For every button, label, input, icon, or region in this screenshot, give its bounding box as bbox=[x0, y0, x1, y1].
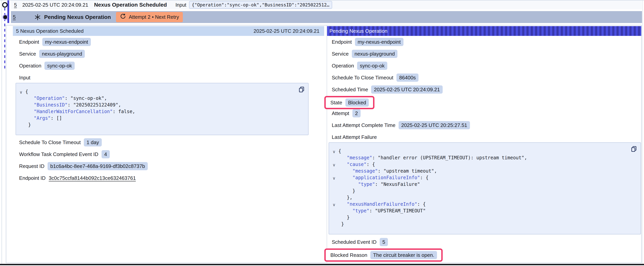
field-attempt: Attempt 2 bbox=[332, 109, 641, 117]
code-line: } bbox=[331, 214, 636, 221]
detail-header-title: 5 Nexus Operation Scheduled bbox=[16, 28, 84, 34]
timeline-rail bbox=[2, 1, 2, 264]
field-workflow-task-completed-event-id: Workflow Task Completed Event ID 4 bbox=[19, 150, 324, 158]
retry-status-badge: Attempt 2 • Next Retry bbox=[116, 12, 183, 22]
code-gutter bbox=[331, 182, 338, 188]
code-line: ∨ "nexusHandlerFailureInfo": { bbox=[331, 201, 636, 207]
field-endpoint-id: Endpoint ID 3c0c75ccfa8144b092c13ce63246… bbox=[19, 174, 324, 182]
failure-json-code: ∨{ "message": "handler error (UPSTREAM_T… bbox=[331, 148, 636, 227]
endpoint-id-link[interactable]: 3c0c75ccfa8144b092c13ce632463761 bbox=[49, 175, 136, 181]
event-row-nexus-operation-scheduled[interactable]: 5 2025-02-25 UTC 20:24:09.21 Nexus Opera… bbox=[11, 1, 642, 9]
field-label: Last Attempt Complete Time bbox=[332, 122, 396, 128]
input-json-viewer: ∨{ "Operation": "sync-op-ok", "BusinessI… bbox=[16, 83, 308, 135]
event-timestamp: 2025-02-25 UTC 20:24:09.21 bbox=[22, 2, 88, 8]
collapse-chevron-icon[interactable]: ∨ bbox=[331, 175, 338, 182]
failure-json-viewer: ∨{ "message": "handler error (UPSTREAM_T… bbox=[329, 142, 641, 234]
code-gutter bbox=[18, 102, 25, 109]
event-input-preview-chip: {"Operation":"sync-op-ok","BusinessID":"… bbox=[189, 1, 332, 9]
state-highlight-annotation: State Blocked bbox=[324, 96, 374, 109]
bottom-divider-bar bbox=[0, 264, 644, 265]
code-gutter bbox=[331, 215, 338, 221]
detail-header-title: Pending Nexus Operation bbox=[330, 28, 388, 34]
field-scheduled-event-id: Scheduled Event ID 5 bbox=[332, 238, 641, 246]
field-value-badge: 4 bbox=[102, 150, 110, 158]
field-endpoint: Endpoint my-nexus-endpoint bbox=[332, 38, 641, 46]
blocked-reason-value-badge: The circuit breaker is open. bbox=[370, 251, 437, 259]
field-value-badge: 86400s bbox=[396, 74, 418, 82]
collapse-chevron-icon[interactable]: ∨ bbox=[18, 89, 25, 96]
field-service: Service nexus-playground bbox=[19, 50, 324, 58]
code-gutter bbox=[331, 221, 338, 228]
code-line: } bbox=[331, 221, 636, 227]
input-json-code: ∨{ "Operation": "sync-op-ok", "BusinessI… bbox=[18, 88, 304, 128]
pending-operation-detail: Pending Nexus Operation Endpoint my-nexu… bbox=[327, 25, 641, 263]
event-title: Pending Nexus Operation bbox=[44, 14, 111, 20]
field-label: Endpoint bbox=[19, 39, 39, 45]
timeline-node-filled-icon bbox=[2, 15, 8, 20]
code-line: "type": "UPSTREAM_TIMEOUT" bbox=[331, 207, 636, 214]
field-label: Scheduled Time bbox=[332, 87, 368, 93]
collapse-chevron-icon[interactable]: ∨ bbox=[331, 162, 338, 168]
field-value-badge: 5 bbox=[380, 238, 388, 246]
field-schedule-to-close-timeout: Schedule To Close Timeout 1 day bbox=[19, 138, 324, 146]
field-label: Workflow Task Completed Event ID bbox=[19, 151, 98, 157]
pending-detail-header: Pending Nexus Operation bbox=[327, 26, 641, 36]
field-label: Attempt bbox=[332, 110, 349, 116]
detail-header-timestamp: 2025-02-25 UTC 20:24:09.21 bbox=[254, 28, 320, 34]
input-section-label: Input bbox=[19, 74, 324, 82]
field-value-badge: b1c6a4bc-8ee7-468a-9169-df3b02c8737b bbox=[48, 162, 148, 170]
timeline-node-open-icon bbox=[2, 2, 8, 8]
code-line: ∨ "cause": { bbox=[331, 161, 636, 168]
field-label: Operation bbox=[332, 63, 354, 69]
code-gutter bbox=[331, 155, 338, 162]
field-label: Blocked Reason bbox=[330, 252, 367, 258]
code-gutter bbox=[18, 115, 25, 122]
field-label: Endpoint ID bbox=[19, 175, 46, 181]
event-row-pending-nexus-operation[interactable]: 5 Pending Nexus Operation Attempt 2 • Ne… bbox=[11, 11, 642, 23]
field-operation: Operation sync-op-ok bbox=[19, 62, 324, 70]
code-line: "HandlerWaitForCancellation": false, bbox=[18, 108, 304, 115]
event-detail-panel: 5 Nexus Operation Scheduled 2025-02-25 U… bbox=[6, 25, 642, 263]
event-id-link[interactable]: 5 bbox=[14, 2, 17, 8]
code-gutter bbox=[18, 122, 25, 129]
code-line: } bbox=[18, 122, 304, 128]
scrollbar-gutter[interactable] bbox=[642, 1, 643, 264]
field-blocked-reason: Blocked Reason The circuit breaker is op… bbox=[332, 248, 641, 262]
code-line: ∨{ bbox=[331, 148, 636, 154]
workflow-event-history-view: 5 2025-02-25 UTC 20:24:09.21 Nexus Opera… bbox=[0, 0, 644, 266]
scheduled-detail-fields: Endpoint my-nexus-endpoint Service nexus… bbox=[13, 38, 324, 182]
field-scheduled-time: Scheduled Time 2025-02-25 UTC 20:24:09.2… bbox=[332, 85, 641, 94]
code-line: "BusinessID": "20250225122409", bbox=[18, 102, 304, 108]
field-label: Schedule To Close Timeout bbox=[19, 139, 81, 145]
selected-event-indicator-bar bbox=[8, 1, 9, 23]
field-service: Service nexus-playground bbox=[332, 50, 641, 58]
retry-icon bbox=[120, 13, 126, 21]
field-state: State Blocked bbox=[332, 96, 641, 109]
last-attempt-failure-label: Last Attempt Failure bbox=[332, 133, 641, 141]
code-gutter bbox=[331, 195, 338, 201]
event-title: Nexus Operation Scheduled bbox=[94, 2, 167, 8]
field-label: Service bbox=[332, 51, 349, 57]
collapse-chevron-icon[interactable]: ∨ bbox=[331, 148, 338, 155]
scheduled-detail-header: 5 Nexus Operation Scheduled 2025-02-25 U… bbox=[13, 26, 324, 36]
copy-button[interactable] bbox=[630, 145, 637, 152]
blocked-reason-highlight-annotation: Blocked Reason The circuit breaker is op… bbox=[324, 248, 443, 262]
code-line: } bbox=[331, 188, 636, 194]
field-label: Schedule To Close Timeout bbox=[332, 75, 393, 81]
field-value-badge: 2025-02-25 UTC 20:24:09.21 bbox=[371, 85, 442, 94]
field-label: State bbox=[330, 100, 342, 106]
retry-badge-label: Attempt 2 • Next Retry bbox=[129, 14, 179, 20]
event-input-label: Input bbox=[176, 2, 186, 8]
copy-button[interactable] bbox=[298, 86, 305, 93]
field-value-badge: my-nexus-endpoint bbox=[355, 38, 404, 46]
field-endpoint: Endpoint my-nexus-endpoint bbox=[19, 38, 324, 46]
code-gutter bbox=[18, 96, 25, 102]
code-line: "Args": [] bbox=[18, 115, 304, 122]
collapse-chevron-icon[interactable]: ∨ bbox=[331, 201, 338, 208]
event-id-link[interactable]: 5 bbox=[13, 14, 16, 20]
field-value-badge: nexus-playground bbox=[352, 50, 398, 58]
field-label: Scheduled Event ID bbox=[332, 239, 376, 245]
code-gutter bbox=[331, 188, 338, 195]
code-line: "Operation": "sync-op-ok", bbox=[18, 95, 304, 102]
field-label: Endpoint bbox=[332, 39, 352, 45]
